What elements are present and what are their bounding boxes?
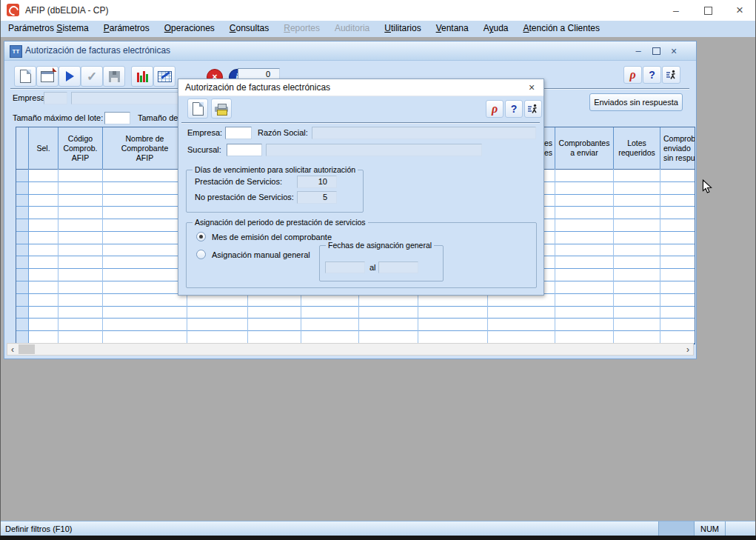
vencimiento-groupbox: Días de vencimiento para solicitar autor… (186, 170, 364, 213)
lote-max-field[interactable] (104, 112, 130, 124)
horizontal-scrollbar[interactable]: ‹ › (7, 343, 694, 356)
confirm-button[interactable]: ✓ (81, 66, 103, 87)
column-header-codigo-comprob-afip: CódigoComprob.AFIP (58, 127, 102, 169)
window-title: AFIP (dbELDIA - CP) (25, 5, 108, 16)
sucursal-desc-field (266, 144, 482, 156)
mdi-minimize-icon: – (635, 45, 640, 56)
lote-max-label: Tamaño máximo del lote: (13, 113, 103, 122)
empresa-code-field (44, 92, 67, 104)
exit-button[interactable] (662, 66, 680, 84)
menu-item-ventana[interactable]: Ventana (429, 21, 476, 37)
dialog-empresa-label: Empresa: (187, 128, 222, 137)
mdi-minimize-button[interactable]: – (630, 44, 646, 57)
scroll-left-button[interactable]: ‹ (7, 344, 18, 355)
check-icon: ✓ (87, 69, 97, 84)
empresa-label: Empresa: (13, 93, 47, 102)
radio-mes-emision[interactable] (196, 232, 206, 241)
filter-rho-icon: ρ (492, 102, 498, 116)
new-document-icon (20, 70, 31, 83)
execute-button[interactable] (58, 66, 81, 87)
mdi-title-bar[interactable]: TT Autorización de facturas electrónicas… (4, 41, 696, 61)
menu-item-atenci-n-a-clientes[interactable]: Atención a Clientes (516, 21, 607, 37)
dialog-close-button[interactable]: × (524, 81, 539, 94)
menu-item-ayuda[interactable]: Ayuda (476, 21, 516, 37)
scroll-right-icon: › (686, 344, 689, 355)
prestacion-field: 10 (297, 176, 337, 188)
status-message: Definir filtros (F10) (5, 524, 72, 533)
column-header-sel: Sel. (28, 127, 58, 169)
status-segment-2 (725, 521, 755, 536)
mdi-window-title: Autorización de facturas electrónicas (25, 45, 170, 56)
mdi-close-button[interactable]: × (666, 44, 682, 57)
radio-asignacion-manual[interactable] (196, 250, 206, 259)
table-row[interactable] (16, 331, 695, 344)
status-bar: Definir filtros (F10) NUM (1, 521, 755, 536)
table-row[interactable] (16, 319, 695, 331)
dialog-help-button[interactable]: ? (505, 100, 523, 118)
menu-item-operaciones[interactable]: Operaciones (157, 21, 222, 37)
mdi-close-icon: × (671, 45, 677, 57)
column-header-comprobantes-a-enviar: Comprobantesa enviar (555, 127, 613, 169)
menu-item-reportes: Reportes (276, 21, 327, 37)
dialog-close-icon: × (529, 81, 535, 93)
column-header-row-selector (16, 127, 28, 169)
menu-item-utilitarios[interactable]: Utilitarios (377, 21, 428, 37)
help-button[interactable]: ? (643, 66, 661, 84)
dialog-exit-button[interactable] (524, 100, 542, 118)
dialog-toolbar-separator (181, 122, 540, 124)
column-header-enviados-clipped: Comprobaenviadosin respu (660, 127, 695, 169)
properties-button[interactable] (36, 66, 58, 87)
menu-item-par-metros[interactable]: Parámetros (96, 21, 157, 37)
enviados-sin-respuesta-button[interactable]: Enviados sin respuesta (589, 93, 683, 111)
close-icon: × (736, 3, 743, 18)
mouse-cursor-icon (701, 179, 713, 194)
scroll-right-button[interactable]: › (683, 344, 693, 355)
exit-runner-icon (666, 69, 678, 81)
grid-design-button[interactable] (153, 66, 175, 87)
razon-social-label: Razón Social: (258, 128, 308, 137)
fecha-desde-field (325, 261, 365, 273)
help-icon: ? (511, 103, 518, 115)
window-bottom-edge (0, 536, 756, 540)
dialog-empresa-field[interactable] (225, 127, 252, 139)
table-row[interactable] (16, 294, 695, 307)
save-button[interactable] (103, 66, 125, 87)
save-floppy-icon (109, 71, 120, 82)
app-logo-icon (7, 4, 19, 16)
columns-button[interactable] (131, 66, 153, 87)
mdi-maximize-button[interactable] (648, 44, 664, 57)
dialog-print-button[interactable] (211, 99, 232, 119)
application-window: AFIP (dbELDIA - CP) – × Parámetros Siste… (0, 0, 756, 540)
maximize-button[interactable] (695, 3, 720, 18)
minimize-button[interactable]: – (663, 3, 689, 18)
dialog-title-bar[interactable]: Autorización de facturas electrónicas × (178, 79, 543, 96)
table-row[interactable] (16, 307, 695, 319)
sucursal-field[interactable] (227, 144, 262, 156)
fecha-hasta-field (378, 261, 418, 273)
dialog-new-button[interactable] (187, 99, 208, 119)
scroll-left-icon: ‹ (11, 344, 14, 355)
radio-mes-emision-label[interactable]: Mes de emisión del comprobante (212, 233, 332, 241)
no-prestacion-field: 5 (297, 191, 337, 204)
grid-column-line (58, 169, 58, 344)
grid-column-line (613, 169, 614, 344)
mdi-maximize-icon (652, 47, 660, 55)
menu-item-par-metros-sistema[interactable]: Parámetros Sistema (1, 21, 96, 37)
new-record-button[interactable] (14, 66, 36, 87)
no-prestacion-label: No prestación de Servicios: (195, 193, 294, 201)
close-button[interactable]: × (727, 3, 752, 18)
exit-runner-icon (527, 103, 539, 115)
prestacion-label: Prestación de Servicios: (195, 177, 282, 186)
radio-asignacion-manual-label[interactable]: Asignación manual general (212, 250, 310, 259)
menu-item-consultas[interactable]: Consultas (222, 21, 276, 37)
vencimiento-group-title: Días de vencimiento para solicitar autor… (193, 165, 358, 174)
filter-button[interactable]: ρ (623, 66, 642, 84)
column-header-nombre-comprobante-afip: Nombre deComprobanteAFIP (102, 127, 187, 169)
grid-column-line (28, 169, 29, 344)
properties-form-icon (41, 71, 54, 82)
dialog-filter-button[interactable]: ρ (486, 100, 504, 118)
scrollbar-thumb[interactable] (19, 344, 35, 354)
menu-bar: Parámetros SistemaParámetrosOperacionesC… (1, 21, 755, 37)
dialog-title: Autorización de facturas electrónicas (185, 82, 330, 93)
printer-icon (215, 104, 228, 114)
